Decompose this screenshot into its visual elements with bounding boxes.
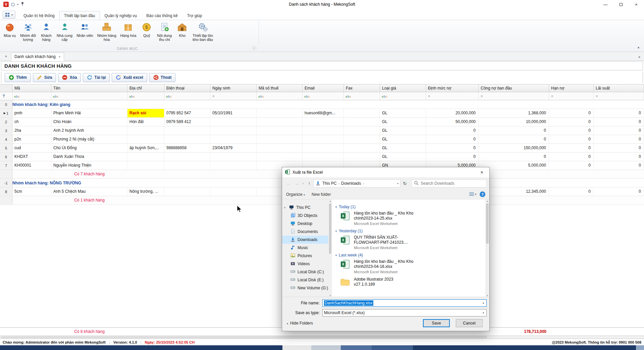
list-scrollbar[interactable]: ▴▾ [485, 199, 489, 297]
cell[interactable]: KHDXT [12, 153, 51, 161]
cell[interactable]: 0 [479, 135, 549, 143]
cell[interactable] [344, 135, 380, 143]
cell[interactable]: Danh Xuân Thừa [51, 153, 127, 161]
cell[interactable]: cud [12, 144, 51, 152]
ribbon-collapse-button[interactable]: ▲ [637, 46, 640, 49]
cell[interactable]: 0795 852 547 [164, 109, 210, 117]
ribbon-tab-qu-n-l-nghi-p-v[interactable]: Quản lý nghiệp vụ [100, 11, 142, 20]
taskbar-app[interactable] [341, 345, 372, 350]
back-button[interactable]: ← [285, 181, 293, 186]
group-row[interactable]: 0Nhóm khách hàng: Kiên giang [0, 100, 644, 109]
ribbon-item-people[interactable]: Nhân viên [74, 21, 95, 38]
column-header-t-n[interactable]: Tên [51, 84, 127, 92]
cell[interactable] [344, 109, 380, 117]
cell[interactable] [210, 161, 257, 170]
ribbon-item-sphere[interactable]: Mùa vụ [1, 21, 18, 38]
sidebar-item-desktop[interactable]: Desktop [282, 220, 328, 228]
dialog-close-button[interactable]: × [474, 167, 489, 177]
chevron-down-icon[interactable]: ▾ [335, 206, 337, 209]
cell[interactable]: hueson68@gm... [303, 109, 344, 117]
tab-strip-close-button[interactable]: × [636, 55, 643, 59]
table-row[interactable]: ▶1pmhPhạm Minh HảiRạch sỏi0795 852 54705… [0, 109, 644, 118]
ribbon-item-coin[interactable]: $Quỹ [138, 21, 155, 38]
cell[interactable] [164, 126, 210, 135]
file-name-input[interactable]: DanhSachKhachHang.xlsx ▾ [322, 299, 487, 307]
sidebar-item-pictures[interactable]: Pictures [282, 252, 328, 260]
tree-scrollbar[interactable]: ▴▾ [328, 199, 332, 297]
cell[interactable]: 0 [594, 126, 644, 135]
filter-cell-fax[interactable]: abc [344, 92, 380, 100]
cell[interactable]: Anh 2 huỳnh Anh [51, 126, 127, 135]
cell[interactable]: 150,000,000 [479, 144, 549, 152]
cell[interactable] [257, 153, 303, 161]
cell[interactable]: 50,000,000 [426, 118, 479, 126]
cell[interactable] [164, 153, 210, 161]
sidebar-item-this-pc[interactable]: ▾This PC [282, 203, 328, 212]
add-button[interactable]: Thêm [5, 73, 31, 82]
table-row[interactable]: 5cudChú Út Đổngấp huỳnh Sơn,...988888858… [0, 144, 644, 153]
cell[interactable] [303, 118, 344, 126]
filter-cell-h-n-n[interactable]: = [549, 92, 594, 100]
sidebar-item-music[interactable]: Music [282, 244, 328, 252]
column-header-fax[interactable]: Fax [344, 84, 380, 92]
chevron-down-icon[interactable]: ▾ [335, 254, 337, 257]
cell[interactable] [257, 126, 303, 135]
cell[interactable] [210, 187, 257, 196]
cell[interactable] [210, 135, 257, 143]
up-button[interactable]: ↑ [305, 181, 313, 186]
cell[interactable]: ấp huỳnh Sơn,... [127, 144, 164, 152]
cell[interactable]: GL [380, 109, 426, 117]
column-header-lo-i-gi[interactable]: Loại giá [380, 84, 426, 92]
cell[interactable]: 0 [594, 153, 644, 161]
search-input[interactable]: Search Downloads [411, 179, 487, 187]
filter-cell-i-n-tho-i[interactable]: abc [164, 92, 210, 100]
cell[interactable]: Hòn đất [127, 118, 164, 126]
view-mode-button[interactable]: ▾ [469, 192, 476, 196]
cell[interactable]: p2n [12, 135, 51, 143]
cell[interactable]: GL [380, 144, 426, 152]
sidebar-item-local-disk-e[interactable]: Local Disk (E:) [282, 276, 328, 284]
column-header-m-s-thu[interactable]: Mã số thuế [257, 84, 303, 92]
breadcrumb-separator-icon[interactable]: › [338, 182, 339, 185]
close-button[interactable]: × [629, 0, 644, 9]
combo-dropdown-icon[interactable]: ▾ [480, 311, 486, 314]
hide-folders-button[interactable]: ▴ Hide Folders [287, 321, 313, 326]
filter-cell-lo-i-gi[interactable]: abc [380, 92, 426, 100]
chevron-down-icon[interactable]: ▾ [17, 3, 18, 6]
pin-icon[interactable] [21, 2, 24, 7]
cell[interactable]: KH00001 [12, 161, 51, 170]
cell[interactable] [344, 153, 380, 161]
cell[interactable] [127, 135, 164, 143]
ribbon-item-person[interactable]: Khách hàng [38, 21, 55, 42]
scrollbar-thumb[interactable] [1, 336, 487, 338]
sidebar-item-local-disk-c[interactable]: Local Disk (C:) [282, 268, 328, 276]
sidebar-item-downloads[interactable]: Downloads [282, 236, 328, 244]
ribbon-item-warehouse[interactable]: Kho [174, 21, 191, 38]
column-header-h-n-n[interactable]: Hạn nợ [549, 84, 594, 92]
cell[interactable]: 0 [549, 153, 594, 161]
cell[interactable]: Chú Hoàn [51, 118, 127, 126]
organize-button[interactable]: Organize ▾ [286, 192, 305, 197]
ribbon-item-person-teal[interactable]: Nhà cung cấp [55, 21, 74, 42]
cell[interactable]: 0 [549, 109, 594, 117]
breadcrumb-downloads[interactable]: Downloads [341, 181, 361, 186]
cell[interactable]: Phạm Minh Hải [51, 109, 127, 117]
column-header-nh-m-c-n[interactable]: Định mức nợ [426, 84, 479, 92]
exit-button[interactable]: Thoát [149, 73, 176, 82]
taskbar-app[interactable] [372, 345, 413, 350]
cell[interactable]: 0 [549, 118, 594, 126]
cell[interactable]: 0979 589 412 [164, 118, 210, 126]
file-group-header-yesterday-1[interactable]: ▾Yesterday (1) [335, 229, 481, 233]
reload-button[interactable]: Tải lại [83, 73, 110, 82]
cell[interactable]: 0 [426, 153, 479, 161]
delete-button[interactable]: Xóa [58, 73, 81, 82]
cell[interactable]: 0 [479, 126, 549, 135]
taskbar-app-active[interactable] [282, 345, 311, 350]
cancel-button[interactable]: Cancel [456, 319, 483, 327]
filter-cell-l-i-su-t[interactable]: = [594, 92, 644, 100]
ribbon-tab-tr-gi-p[interactable]: Trợ giúp [182, 11, 207, 20]
cell[interactable]: GL [380, 126, 426, 135]
filter-cell-ng-y-sinh[interactable]: = [210, 92, 257, 100]
minimize-button[interactable]: — [598, 0, 613, 9]
cell[interactable] [303, 135, 344, 143]
